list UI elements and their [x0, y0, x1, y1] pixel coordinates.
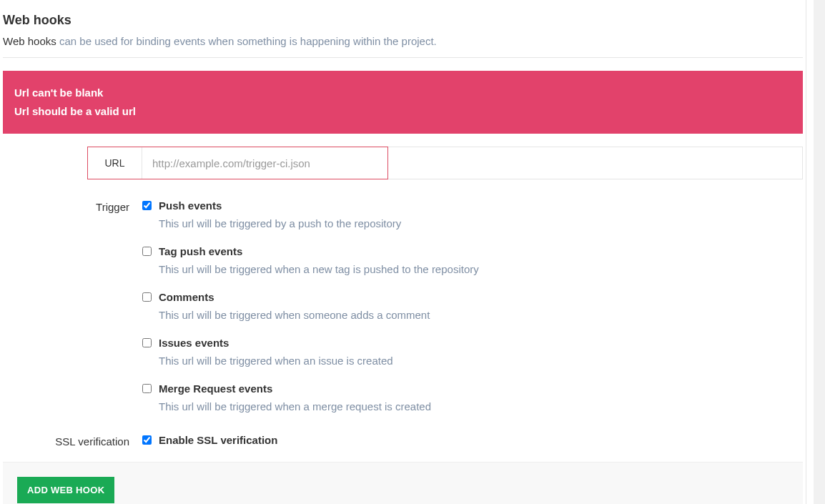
trigger-checkbox-row[interactable]: Push events	[142, 199, 803, 212]
url-error-group: URL	[87, 147, 388, 179]
trigger-tag-push-events: Tag push events This url will be trigger…	[142, 245, 803, 275]
checkbox-push-events[interactable]	[142, 201, 152, 210]
checkbox-enable-ssl[interactable]	[142, 435, 152, 445]
trigger-title: Merge Request events	[159, 382, 272, 395]
checkbox-issues-events[interactable]	[142, 338, 152, 347]
url-label: URL	[88, 147, 142, 179]
trigger-merge-request-events: Merge Request events This url will be tr…	[142, 382, 803, 412]
trigger-checkbox-row[interactable]: Issues events	[142, 337, 803, 349]
trigger-label: Trigger	[3, 199, 142, 213]
trigger-title: Issues events	[159, 337, 229, 349]
checkbox-tag-push-events[interactable]	[142, 247, 152, 256]
trigger-comments: Comments This url will be triggered when…	[142, 291, 803, 321]
error-alert: Url can't be blank Url should be a valid…	[3, 71, 803, 134]
trigger-title: Comments	[159, 291, 214, 303]
ssl-row: SSL verification Enable SSL verification	[3, 434, 803, 448]
trigger-desc: This url will be triggered by a push to …	[159, 217, 803, 229]
trigger-desc: This url will be triggered when a new ta…	[159, 263, 803, 275]
scrollbar-track[interactable]	[814, 0, 825, 504]
ssl-label: SSL verification	[3, 434, 142, 448]
checkbox-merge-request-events[interactable]	[142, 384, 152, 393]
error-line-2: Url should be a valid url	[14, 102, 791, 121]
ssl-title: Enable SSL verification	[159, 434, 277, 446]
url-input-extension	[388, 147, 803, 179]
add-web-hook-button[interactable]: ADD WEB HOOK	[17, 477, 114, 503]
trigger-checkbox-row[interactable]: Merge Request events	[142, 382, 803, 395]
subtitle-rest: can be used for binding events when some…	[56, 35, 437, 47]
trigger-title: Push events	[159, 199, 222, 212]
trigger-push-events: Push events This url will be triggered b…	[142, 199, 803, 229]
subtitle-strong: Web hooks	[3, 35, 56, 47]
page-header: Web hooks Web hooks can be used for bind…	[0, 0, 806, 57]
trigger-checkbox-row[interactable]: Tag push events	[142, 245, 803, 257]
trigger-issues-events: Issues events This url will be triggered…	[142, 337, 803, 367]
trigger-desc: This url will be triggered when someone …	[159, 309, 803, 321]
ssl-checkbox-row[interactable]: Enable SSL verification	[142, 434, 803, 446]
trigger-desc: This url will be triggered when an issue…	[159, 355, 803, 367]
trigger-checkbox-row[interactable]: Comments	[142, 291, 803, 303]
form-footer: ADD WEB HOOK	[3, 462, 803, 504]
url-row: URL	[3, 147, 803, 179]
divider	[3, 57, 803, 58]
error-line-1: Url can't be blank	[14, 84, 791, 102]
page-title: Web hooks	[3, 13, 803, 28]
url-input[interactable]	[142, 147, 387, 179]
page-subtitle: Web hooks can be used for binding events…	[3, 35, 803, 47]
checkbox-comments[interactable]	[142, 292, 152, 302]
trigger-desc: This url will be triggered when a merge …	[159, 400, 803, 412]
trigger-title: Tag push events	[159, 245, 242, 257]
trigger-row: Trigger Push events This url will be tri…	[3, 199, 803, 420]
